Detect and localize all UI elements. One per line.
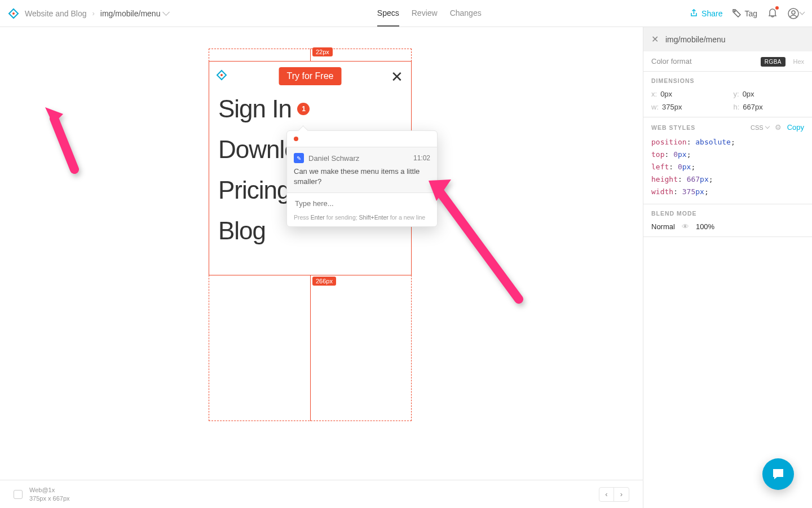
svg-point-0	[12, 12, 15, 15]
chevron-down-icon	[163, 8, 170, 16]
comment-popover: ✎ Daniel Schwarz 11:02 Can we make these…	[286, 130, 438, 227]
blend-mode-heading: BLEND MODE	[651, 210, 804, 217]
app-logo-icon	[8, 8, 19, 19]
web-styles-section: WEB STYLES CSS ⚙ Copy position: absolute…	[643, 117, 812, 204]
status-dot-icon	[294, 137, 298, 141]
tag-icon	[732, 9, 741, 17]
dim-w-value: 375px	[662, 103, 682, 111]
svg-point-1	[734, 11, 735, 12]
tag-label: Tag	[744, 9, 757, 18]
opacity-value: 100%	[696, 222, 714, 231]
footer-bar: Web@1x 375px x 667px ‹ ›	[0, 480, 643, 508]
chat-icon	[771, 467, 785, 481]
artboard-nav: ‹ ›	[599, 487, 629, 502]
close-icon[interactable]: ✕	[391, 68, 403, 86]
comment-hint: Press Enter for sending; Shift+Enter for…	[287, 214, 437, 226]
prev-artboard-button[interactable]: ‹	[599, 488, 614, 501]
measure-label-top: 22px	[312, 47, 333, 56]
dim-x-label: x:	[651, 90, 657, 98]
app-logo-icon	[216, 69, 227, 82]
try-for-free-button[interactable]: Try for Free	[279, 67, 342, 85]
comment-reply-field[interactable]	[287, 192, 437, 214]
tag-button[interactable]: Tag	[732, 9, 757, 18]
account-menu[interactable]	[788, 8, 804, 19]
artboard-info: Web@1x 375px x 667px	[29, 486, 70, 502]
tab-changes[interactable]: Changes	[450, 0, 482, 27]
comment-author: Daniel Schwarz	[308, 154, 359, 163]
breadcrumbs: Website and Blog › img/mobile/menu	[8, 8, 169, 19]
svg-point-3	[792, 11, 795, 14]
avatar: ✎	[294, 153, 304, 163]
chevron-right-icon: ›	[92, 9, 94, 17]
comment-count-badge[interactable]: 1	[297, 103, 310, 115]
dim-x-value: 0px	[660, 90, 672, 98]
artboard-size: 375px x 667px	[29, 494, 70, 502]
notifications-button[interactable]	[767, 7, 778, 19]
comment-message: Can we make these menu items a little sm…	[294, 167, 430, 187]
breadcrumb-current[interactable]: img/mobile/menu	[100, 9, 169, 18]
color-format-rgba[interactable]: RGBA	[761, 57, 785, 67]
eye-icon: 👁	[682, 222, 689, 231]
artboard-name: Web@1x	[29, 486, 70, 494]
inspector-header: ✕ img/mobile/menu	[643, 27, 812, 51]
comment-popover-header	[287, 131, 437, 147]
dimensions-heading: DIMENSIONS	[651, 77, 804, 84]
tab-specs[interactable]: Specs	[377, 0, 399, 27]
topbar-actions: Share Tag	[690, 7, 804, 19]
menu-item-signin[interactable]: Sign In 1	[209, 89, 411, 129]
main-tabs: Specs Review Changes	[377, 0, 482, 27]
dim-h-value: 667px	[743, 103, 762, 111]
mobile-menu-header: Try for Free ✕	[209, 62, 411, 89]
dim-w-label: w:	[651, 103, 659, 111]
user-icon	[788, 8, 799, 19]
menu-item-label: Sign In	[218, 97, 292, 121]
css-format-select[interactable]: CSS	[751, 124, 769, 131]
next-artboard-button[interactable]: ›	[614, 488, 629, 501]
css-code-block[interactable]: position: absolute; top: 0px; left: 0px;…	[651, 136, 804, 198]
comment-reply-input[interactable]	[294, 199, 430, 208]
inspector-panel: ✕ img/mobile/menu Color format RGBA Hex …	[643, 27, 812, 508]
comment-time: 11:02	[413, 154, 430, 162]
chevron-down-icon	[765, 124, 769, 128]
dim-h-label: h:	[734, 103, 740, 111]
measure-line-bottom	[310, 275, 311, 421]
blend-mode-value: Normal	[651, 222, 675, 231]
comment-thread: ✎ Daniel Schwarz 11:02 Can we make these…	[287, 147, 437, 192]
breadcrumb-current-label: img/mobile/menu	[100, 9, 161, 18]
measure-line-top	[310, 49, 311, 61]
tab-review[interactable]: Review	[412, 0, 438, 27]
color-format-hex[interactable]: Hex	[793, 58, 804, 65]
close-icon[interactable]: ✕	[651, 34, 659, 45]
color-format-label: Color format	[651, 57, 692, 65]
notification-dot-icon	[775, 6, 779, 10]
artboard-checkbox[interactable]	[14, 490, 23, 499]
inspector-title: img/mobile/menu	[665, 35, 726, 44]
share-icon	[690, 9, 698, 17]
color-format-row: Color format RGBA Hex	[643, 51, 812, 72]
dimensions-section: DIMENSIONS x:0px y:0px w:375px h:667px	[643, 72, 812, 117]
svg-point-4	[220, 74, 223, 76]
copy-button[interactable]: Copy	[787, 123, 804, 132]
artboard[interactable]: 22px Try for Free ✕ Sign In 1 Downloads …	[209, 49, 412, 421]
share-button[interactable]: Share	[690, 9, 722, 18]
intercom-chat-button[interactable]	[762, 458, 794, 490]
gear-icon[interactable]: ⚙	[775, 123, 782, 132]
blend-mode-section: BLEND MODE Normal 👁 100%	[643, 204, 812, 237]
chevron-right-icon: ›	[620, 490, 623, 498]
breadcrumb-root[interactable]: Website and Blog	[25, 9, 86, 18]
measure-label-bottom: 266px	[312, 277, 336, 286]
web-styles-heading: WEB STYLES	[651, 124, 695, 131]
canvas[interactable]: 22px Try for Free ✕ Sign In 1 Downloads …	[0, 27, 643, 485]
chevron-left-icon: ‹	[605, 490, 607, 498]
dim-y-label: y:	[734, 90, 739, 98]
topbar: Website and Blog › img/mobile/menu Specs…	[0, 0, 812, 27]
chevron-down-icon	[800, 10, 805, 15]
share-label: Share	[701, 9, 722, 18]
dim-y-value: 0px	[743, 90, 754, 98]
